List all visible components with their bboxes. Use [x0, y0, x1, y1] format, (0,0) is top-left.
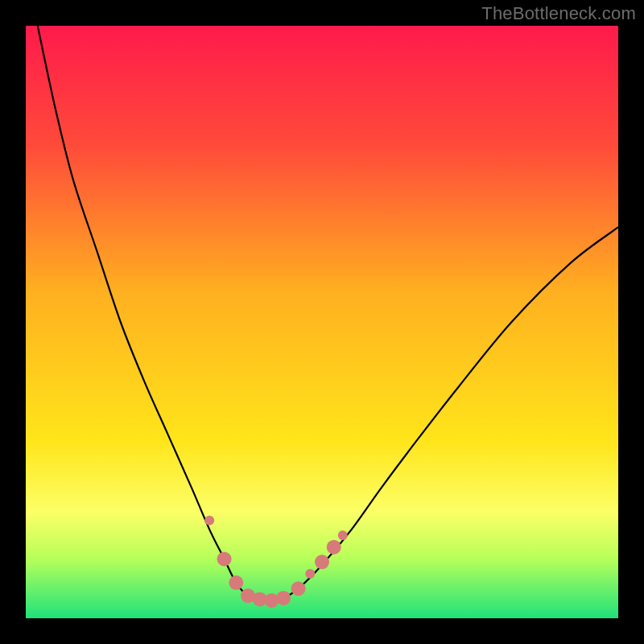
- curve-marker: [204, 516, 214, 526]
- curve-marker: [291, 581, 306, 596]
- chart-stage: TheBottleneck.com: [0, 0, 644, 644]
- curve-marker: [217, 551, 232, 566]
- curve-marker: [276, 591, 291, 605]
- plot-background: [26, 26, 618, 618]
- curve-marker: [315, 555, 329, 569]
- curve-marker: [338, 530, 348, 540]
- curve-marker: [327, 540, 341, 555]
- watermark-text: TheBottleneck.com: [481, 3, 636, 24]
- curve-marker: [305, 569, 315, 579]
- bottleneck-chart: [0, 0, 644, 644]
- curve-marker: [229, 576, 243, 590]
